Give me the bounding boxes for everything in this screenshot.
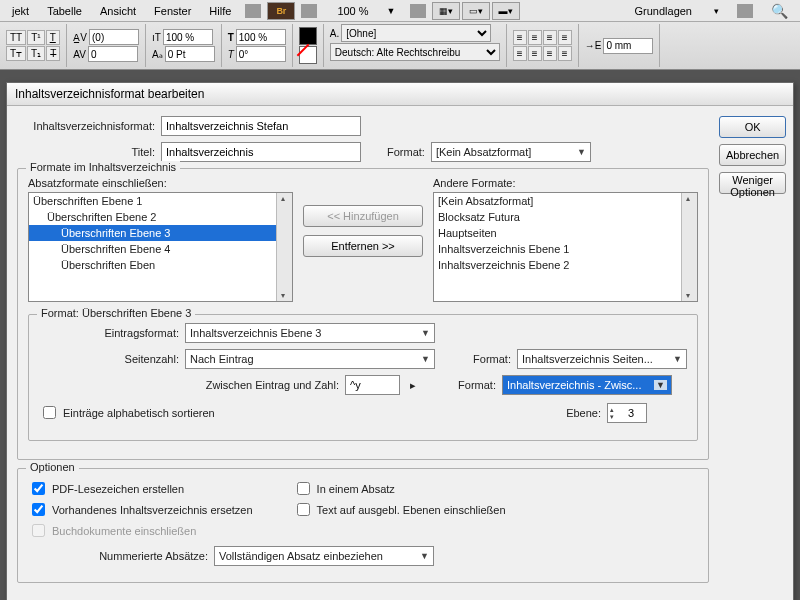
smallcaps-icon[interactable]: Tᴛ (6, 46, 26, 61)
justify-left-icon[interactable]: ≡ (513, 46, 527, 61)
charstyle-select[interactable]: [Ohne] (341, 24, 491, 42)
arrange-icon[interactable]: ▬▾ (492, 2, 520, 20)
align-center-icon[interactable]: ≡ (528, 30, 542, 45)
menu-item[interactable]: Fenster (146, 3, 199, 19)
menu-item[interactable]: Ansicht (92, 3, 144, 19)
hscale-input[interactable] (236, 29, 286, 45)
justify-icon[interactable]: ≡ (558, 30, 572, 45)
justify-center-icon[interactable]: ≡ (528, 46, 542, 61)
zoom-level[interactable]: 100 % (329, 3, 376, 19)
menubar: jekt Tabelle Ansicht Fenster Hilfe Br 10… (0, 0, 800, 22)
kerning-input[interactable] (89, 29, 139, 45)
baseline-input[interactable] (165, 46, 215, 62)
subscript-icon[interactable]: T₁ (27, 46, 45, 61)
menu-item[interactable]: Hilfe (201, 3, 239, 19)
align-left-icon[interactable]: ≡ (513, 30, 527, 45)
indent-input[interactable] (603, 38, 653, 54)
justify-all-icon[interactable]: ≡ (558, 46, 572, 61)
menu-item[interactable]: jekt (4, 3, 37, 19)
bridge-icon[interactable]: Br (267, 2, 295, 20)
menu-item[interactable]: Tabelle (39, 3, 90, 19)
screen-mode-icon[interactable]: ▭▾ (462, 2, 490, 20)
tracking-input[interactable] (88, 46, 138, 62)
strike-icon[interactable]: T (46, 46, 60, 61)
view-icon[interactable]: ▦▾ (432, 2, 460, 20)
allcaps-icon[interactable]: TT (6, 30, 26, 45)
justify-right-icon[interactable]: ≡ (543, 46, 557, 61)
fill-swatch[interactable] (299, 27, 317, 45)
search-icon[interactable]: 🔍 (763, 1, 796, 21)
vscale-input[interactable] (163, 29, 213, 45)
workspace-switcher[interactable]: Grundlagen (627, 3, 701, 19)
stroke-swatch[interactable] (299, 46, 317, 64)
control-panel: TTT¹T TᴛT₁T A̲V AV ıT Aₐ T T (0, 22, 800, 70)
skew-input[interactable] (236, 46, 286, 62)
superscript-icon[interactable]: T¹ (27, 30, 44, 45)
align-right-icon[interactable]: ≡ (543, 30, 557, 45)
underline-icon[interactable]: T (46, 30, 60, 45)
language-select[interactable]: Deutsch: Alte Rechtschreibu (330, 43, 500, 61)
